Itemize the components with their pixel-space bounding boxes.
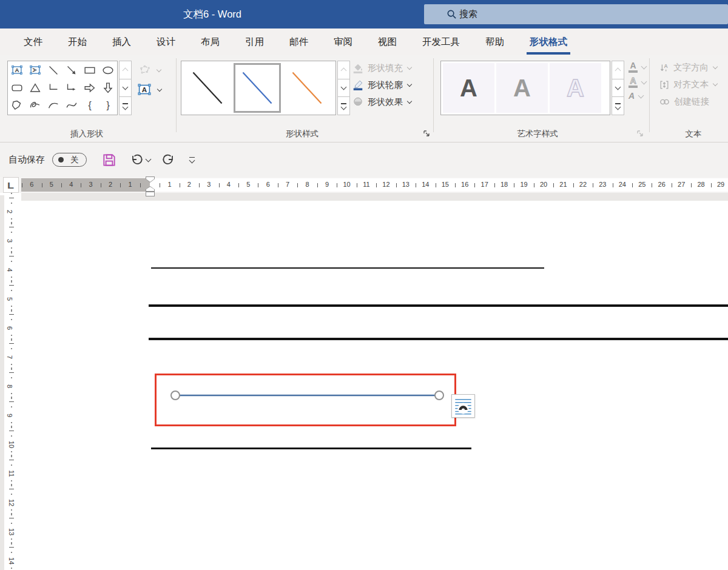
create-link-button[interactable]: 创建链接 [659, 96, 709, 107]
shape-curve-icon[interactable] [62, 97, 81, 115]
vertical-ruler[interactable]: 234567891011121314 [4, 201, 19, 570]
gallery-up-button[interactable] [119, 61, 132, 79]
horizontal-ruler[interactable]: 6543211234567891011121314151617181920212… [21, 178, 728, 192]
document-line-2[interactable] [149, 304, 728, 307]
tab-开始[interactable]: 开始 [55, 29, 99, 55]
shape-styles-dialog-launcher[interactable] [422, 129, 431, 140]
document-line-4[interactable] [151, 448, 471, 449]
shape-elbow-connector-icon[interactable] [44, 79, 62, 96]
shape-isosceles-triangle-icon[interactable] [26, 79, 44, 96]
tab-视图[interactable]: 视图 [365, 29, 410, 55]
align-text-button[interactable]: 对齐文本 [659, 79, 717, 90]
wordart-preset-1[interactable]: A [443, 63, 494, 113]
ruler-number: 12 [382, 181, 389, 188]
search-placeholder: 搜索 [459, 8, 477, 20]
layout-options-button[interactable] [451, 394, 475, 418]
text-effects-button[interactable]: A [629, 92, 646, 100]
shape-line-icon[interactable] [44, 61, 62, 79]
outline-pen-icon [352, 79, 364, 91]
ruler-number: 27 [678, 181, 685, 188]
shape-right-arrow-icon[interactable] [81, 79, 99, 96]
gallery-down-button[interactable] [612, 79, 624, 98]
search-box[interactable]: 搜索 [424, 4, 728, 24]
resize-handle-left[interactable] [171, 391, 180, 400]
shape-horizontal-text-box-icon[interactable]: A [8, 61, 26, 79]
vertical-ruler-number: 13 [8, 528, 15, 535]
redo-button[interactable] [161, 153, 176, 167]
shape-effects-button[interactable]: 形状效果 [352, 96, 411, 108]
gallery-more-button[interactable] [119, 97, 132, 115]
text-outline-button[interactable]: A [629, 77, 646, 88]
shape-fill-button[interactable]: 形状填充 [352, 62, 411, 74]
save-button[interactable] [101, 152, 117, 168]
shape-elbow-arrow-connector-icon[interactable] [62, 79, 81, 96]
shape-left-brace-icon[interactable]: { [81, 97, 99, 115]
shape-arc-icon[interactable] [44, 97, 62, 115]
resize-handle-right[interactable] [435, 391, 443, 400]
shape-down-arrow-icon[interactable] [99, 79, 117, 96]
ruler-tick [613, 183, 613, 187]
draw-text-box-button[interactable]: A [136, 81, 161, 98]
text-fill-icon: A [629, 62, 638, 73]
ruler-tick [81, 183, 81, 187]
tab-形状格式[interactable]: 形状格式 [517, 29, 580, 55]
shape-scribble-icon[interactable] [26, 97, 44, 115]
tab-引用[interactable]: 引用 [232, 29, 277, 55]
tab-审阅[interactable]: 审阅 [321, 29, 365, 55]
document-line-3[interactable] [149, 338, 728, 340]
style-preset-orange-line[interactable] [283, 63, 331, 113]
edit-shape-button[interactable] [137, 63, 161, 78]
vertical-ruler-dot [11, 494, 12, 495]
vertical-ruler-dot [11, 252, 12, 253]
tab-开发工具[interactable]: 开发工具 [410, 29, 473, 55]
ruler-number: 1 [167, 181, 171, 188]
gallery-down-button[interactable] [119, 79, 132, 98]
undo-icon [129, 153, 144, 167]
wordart-dialog-launcher[interactable] [636, 129, 644, 140]
tab-设计[interactable]: 设计 [144, 29, 188, 55]
shape-right-brace-icon[interactable]: } [99, 97, 117, 115]
document-line-1[interactable] [151, 267, 544, 269]
undo-button[interactable] [129, 153, 150, 167]
autosave-toggle[interactable]: 关 [52, 153, 87, 167]
style-preset-blue-line[interactable] [234, 63, 281, 113]
document-canvas[interactable]: 234567891011121314 [0, 193, 728, 570]
wordart-preset-3[interactable]: A [550, 63, 601, 113]
tab-布局[interactable]: 布局 [188, 29, 232, 55]
shape-freeform-icon[interactable] [8, 97, 26, 115]
customize-qat-button[interactable] [189, 157, 195, 163]
gallery-down-button[interactable] [337, 79, 350, 98]
ruler-tick [534, 183, 534, 187]
shape-rectangle-icon[interactable] [81, 61, 99, 79]
tab-邮件[interactable]: 邮件 [277, 29, 321, 55]
vertical-ruler-dot [11, 543, 12, 545]
tab-帮助[interactable]: 帮助 [473, 29, 517, 55]
ruler-number: 19 [520, 181, 527, 188]
save-icon [101, 152, 117, 168]
text-fill-button[interactable]: A [629, 62, 646, 73]
gallery-more-button[interactable] [337, 97, 350, 115]
ruler-tick [514, 183, 514, 187]
autosave-label: 自动保存 [8, 154, 45, 166]
tab-文件[interactable]: 文件 [11, 29, 55, 55]
group-label-insert-shapes: 插入形状 [7, 129, 166, 139]
style-preset-black-line[interactable] [184, 63, 231, 113]
left-indent-marker[interactable] [146, 192, 155, 196]
ruler-number: 5 [50, 181, 53, 188]
shape-outline-button[interactable]: 形状轮廓 [352, 79, 411, 91]
vertical-ruler-dot [11, 484, 12, 485]
tab-stop-selector[interactable]: L [3, 177, 19, 193]
shape-oval-icon[interactable] [99, 61, 117, 79]
text-direction-button[interactable]: A 文字方向 [659, 62, 717, 73]
vertical-ruler-dot [11, 306, 12, 307]
wordart-preset-2[interactable]: A [496, 63, 548, 113]
gallery-more-button[interactable] [612, 97, 624, 115]
tab-插入[interactable]: 插入 [99, 29, 144, 55]
shape-rounded-rectangle-icon[interactable] [8, 79, 26, 96]
shape-vertical-text-box-icon[interactable]: A [26, 61, 44, 79]
shape-arrow-icon[interactable] [62, 61, 81, 79]
gallery-up-button[interactable] [612, 61, 624, 79]
selected-line-shape[interactable] [169, 388, 449, 403]
gallery-up-button[interactable] [337, 61, 350, 79]
vertical-ruler-dot [11, 348, 12, 349]
